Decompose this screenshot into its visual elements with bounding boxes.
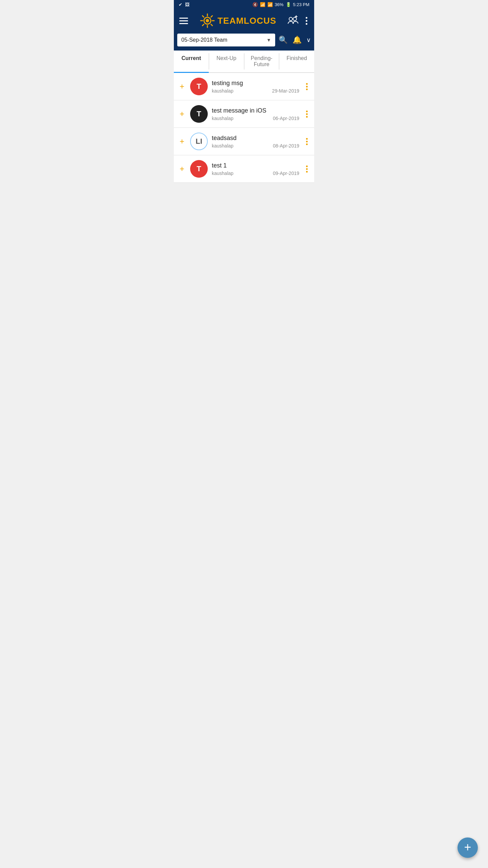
tab-next-up[interactable]: Next-Up — [209, 51, 244, 72]
search-button[interactable]: 🔍 — [279, 36, 288, 44]
svg-point-10 — [289, 17, 292, 21]
item-author: kaushalap — [212, 88, 233, 94]
more-dot-1 — [306, 17, 307, 19]
item-title: testing msg — [212, 80, 299, 87]
menu-line-3 — [179, 23, 188, 24]
toolbar: 05-Sep-2018 Team ▼ 🔍 🔔 ∨ — [174, 34, 314, 51]
item-more-button[interactable] — [303, 83, 310, 90]
list-item[interactable]: + T test 1 kaushalap 09-Apr-2019 — [174, 155, 314, 183]
more-dot — [306, 111, 308, 112]
toolbar-icons: 🔍 🔔 ∨ — [279, 36, 311, 44]
add-team-icon — [287, 15, 298, 25]
more-dot — [306, 83, 308, 85]
add-item-button[interactable]: + — [178, 82, 186, 91]
add-team-button[interactable] — [287, 15, 298, 27]
more-dot — [306, 138, 308, 140]
item-title: teadsasd — [212, 135, 299, 142]
more-dot-2 — [306, 20, 307, 22]
mute-icon: 🔇 — [252, 2, 258, 7]
item-sub: kaushalap 08-Apr-2019 — [212, 143, 299, 149]
status-bar: ✔ 🖼 🔇 📶 📶 36% 🔋 5:23 PM — [174, 0, 314, 9]
item-content: test 1 kaushalap 09-Apr-2019 — [212, 162, 299, 176]
item-list: + T testing msg kaushalap 29-Mar-2019 + … — [174, 73, 314, 183]
team-selector[interactable]: 05-Sep-2018 Team ▼ — [177, 34, 275, 46]
menu-line-1 — [179, 18, 188, 19]
item-date: 06-Apr-2019 — [273, 116, 299, 121]
add-item-button[interactable]: + — [178, 137, 186, 146]
more-dot-3 — [306, 23, 307, 25]
item-sub: kaushalap 09-Apr-2019 — [212, 171, 299, 176]
menu-button[interactable] — [179, 18, 188, 24]
app-header: TEAMLOCUS — [174, 9, 314, 34]
item-more-button[interactable] — [303, 138, 310, 145]
list-item[interactable]: + T test message in iOS kaushalap 06-Apr… — [174, 100, 314, 128]
notification-button[interactable]: 🔔 — [292, 36, 302, 44]
svg-point-9 — [206, 19, 209, 22]
svg-line-5 — [202, 16, 204, 17]
item-content: teadsasd kaushalap 08-Apr-2019 — [212, 135, 299, 149]
battery-text: 36% — [275, 2, 284, 7]
avatar: T — [190, 160, 208, 178]
item-title: test message in iOS — [212, 107, 299, 114]
more-dot — [306, 171, 308, 173]
more-dot — [306, 168, 308, 170]
item-more-button[interactable] — [303, 111, 310, 118]
more-dot — [306, 116, 308, 118]
avatar: T — [190, 78, 208, 95]
svg-line-8 — [202, 24, 204, 26]
more-dot — [306, 143, 308, 145]
logo-gear-icon — [199, 13, 216, 29]
tab-pending-future[interactable]: Pending-Future — [244, 51, 279, 72]
item-author: kaushalap — [212, 143, 233, 149]
checkmark-icon: ✔ — [179, 2, 182, 7]
more-dot — [306, 86, 308, 87]
item-date: 09-Apr-2019 — [273, 171, 299, 176]
item-content: test message in iOS kaushalap 06-Apr-201… — [212, 107, 299, 121]
time: 5:23 PM — [293, 2, 309, 7]
more-dot — [306, 141, 308, 142]
item-date: 29-Mar-2019 — [272, 88, 299, 94]
logo-text: TEAMLOCUS — [218, 16, 277, 26]
item-sub: kaushalap 29-Mar-2019 — [212, 88, 299, 94]
avatar: LI — [190, 133, 208, 150]
tab-finished[interactable]: Finished — [279, 51, 314, 72]
item-sub: kaushalap 06-Apr-2019 — [212, 116, 299, 121]
item-content: testing msg kaushalap 29-Mar-2019 — [212, 80, 299, 94]
item-more-button[interactable] — [303, 165, 310, 173]
svg-line-6 — [211, 24, 212, 26]
empty-area — [174, 183, 314, 318]
item-title: test 1 — [212, 162, 299, 169]
list-item[interactable]: + T testing msg kaushalap 29-Mar-2019 — [174, 73, 314, 100]
selector-chevron-icon: ▼ — [266, 37, 271, 43]
wifi-icon: 📶 — [260, 2, 265, 7]
tab-current[interactable]: Current — [174, 51, 209, 72]
battery-icon: 🔋 — [286, 2, 291, 7]
more-dot — [306, 88, 308, 90]
item-date: 08-Apr-2019 — [273, 143, 299, 149]
status-bar-right: 🔇 📶 📶 36% 🔋 5:23 PM — [252, 2, 309, 7]
svg-line-7 — [211, 16, 212, 17]
status-bar-left: ✔ 🖼 — [179, 2, 189, 7]
add-item-button[interactable]: + — [178, 109, 186, 119]
logo: TEAMLOCUS — [199, 13, 277, 29]
more-dot — [306, 165, 308, 167]
item-author: kaushalap — [212, 171, 233, 176]
header-actions — [287, 15, 309, 27]
image-icon: 🖼 — [185, 2, 189, 7]
avatar: T — [190, 105, 208, 123]
item-author: kaushalap — [212, 116, 233, 121]
more-dot — [306, 113, 308, 115]
team-selector-value: 05-Sep-2018 Team — [181, 37, 227, 43]
expand-button[interactable]: ∨ — [306, 36, 311, 44]
signal-icon: 📶 — [267, 2, 273, 7]
more-options-button[interactable] — [304, 16, 309, 26]
tabs: Current Next-Up Pending-Future Finished — [174, 51, 314, 73]
add-item-button[interactable]: + — [178, 164, 186, 174]
list-item[interactable]: + LI teadsasd kaushalap 08-Apr-2019 — [174, 128, 314, 155]
menu-line-2 — [179, 20, 188, 21]
